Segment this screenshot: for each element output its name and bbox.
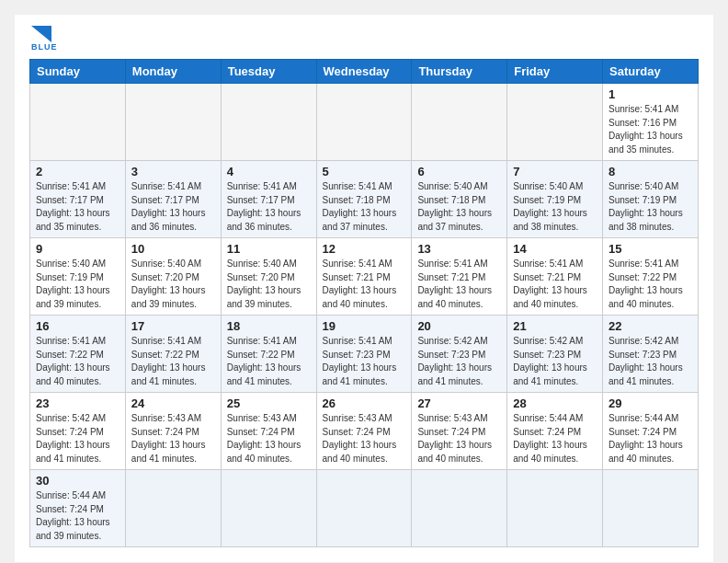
calendar-cell: 5Sunrise: 5:41 AM Sunset: 7:18 PM Daylig…: [316, 161, 412, 238]
calendar-week-row: 9Sunrise: 5:40 AM Sunset: 7:19 PM Daylig…: [30, 238, 699, 316]
calendar-cell: 26Sunrise: 5:43 AM Sunset: 7:24 PM Dayli…: [316, 393, 412, 470]
calendar-table: SundayMondayTuesdayWednesdayThursdayFrid…: [29, 59, 699, 547]
calendar-cell: [125, 470, 221, 547]
calendar-cell: 1Sunrise: 5:41 AM Sunset: 7:16 PM Daylig…: [603, 84, 699, 161]
weekday-header-saturday: Saturday: [603, 60, 699, 84]
day-number: 14: [513, 242, 597, 256]
day-number: 12: [323, 242, 406, 256]
day-number: 21: [513, 319, 597, 333]
day-info: Sunrise: 5:41 AM Sunset: 7:22 PM Dayligh…: [36, 335, 119, 388]
weekday-header-thursday: Thursday: [412, 60, 507, 84]
calendar-cell: 25Sunrise: 5:43 AM Sunset: 7:24 PM Dayli…: [221, 393, 316, 470]
day-number: 30: [36, 474, 119, 488]
day-number: 18: [227, 319, 311, 333]
calendar-cell: 23Sunrise: 5:42 AM Sunset: 7:24 PM Dayli…: [30, 393, 126, 470]
day-number: 19: [323, 319, 406, 333]
day-number: 15: [609, 242, 692, 256]
calendar-cell: [412, 84, 507, 161]
calendar-cell: 4Sunrise: 5:41 AM Sunset: 7:17 PM Daylig…: [221, 161, 316, 238]
day-info: Sunrise: 5:41 AM Sunset: 7:16 PM Dayligh…: [609, 103, 692, 156]
calendar-cell: 6Sunrise: 5:40 AM Sunset: 7:18 PM Daylig…: [412, 161, 507, 238]
calendar-cell: 22Sunrise: 5:42 AM Sunset: 7:23 PM Dayli…: [603, 316, 699, 393]
calendar-cell: 19Sunrise: 5:41 AM Sunset: 7:23 PM Dayli…: [316, 316, 412, 393]
weekday-header-row: SundayMondayTuesdayWednesdayThursdayFrid…: [30, 60, 699, 84]
day-number: 23: [36, 396, 119, 410]
weekday-header-wednesday: Wednesday: [316, 60, 412, 84]
day-number: 7: [513, 165, 597, 178]
day-info: Sunrise: 5:41 AM Sunset: 7:21 PM Dayligh…: [417, 258, 501, 311]
calendar-cell: [30, 84, 126, 161]
logo-triangle-icon: [31, 26, 51, 42]
calendar-cell: 12Sunrise: 5:41 AM Sunset: 7:21 PM Dayli…: [316, 238, 412, 316]
day-info: Sunrise: 5:42 AM Sunset: 7:23 PM Dayligh…: [513, 335, 597, 388]
day-number: 4: [227, 165, 311, 178]
calendar-cell: [316, 470, 412, 547]
calendar-cell: 18Sunrise: 5:41 AM Sunset: 7:22 PM Dayli…: [221, 316, 316, 393]
day-info: Sunrise: 5:40 AM Sunset: 7:20 PM Dayligh…: [131, 258, 215, 311]
day-info: Sunrise: 5:43 AM Sunset: 7:24 PM Dayligh…: [417, 412, 501, 465]
logo: BLUE: [29, 29, 58, 52]
weekday-header-friday: Friday: [507, 60, 603, 84]
calendar-cell: [221, 470, 316, 547]
day-number: 6: [417, 165, 501, 178]
logo-subtitle: BLUE: [31, 42, 58, 52]
day-number: 9: [36, 242, 119, 256]
day-number: 1: [609, 87, 692, 101]
day-info: Sunrise: 5:41 AM Sunset: 7:22 PM Dayligh…: [131, 335, 215, 388]
calendar-cell: 17Sunrise: 5:41 AM Sunset: 7:22 PM Dayli…: [125, 316, 221, 393]
day-info: Sunrise: 5:40 AM Sunset: 7:19 PM Dayligh…: [513, 180, 597, 234]
calendar-cell: [125, 84, 221, 161]
calendar-cell: 9Sunrise: 5:40 AM Sunset: 7:19 PM Daylig…: [30, 238, 126, 316]
calendar-week-row: 1Sunrise: 5:41 AM Sunset: 7:16 PM Daylig…: [30, 84, 699, 161]
svg-marker-0: [31, 26, 51, 42]
day-info: Sunrise: 5:41 AM Sunset: 7:17 PM Dayligh…: [227, 180, 311, 234]
page: BLUE SundayMondayTuesdayWednesdayThursda…: [15, 15, 713, 562]
day-info: Sunrise: 5:41 AM Sunset: 7:18 PM Dayligh…: [323, 180, 406, 234]
day-info: Sunrise: 5:41 AM Sunset: 7:22 PM Dayligh…: [609, 258, 692, 311]
day-number: 29: [609, 396, 692, 410]
calendar-cell: [412, 470, 507, 547]
calendar-cell: [316, 84, 412, 161]
calendar-week-row: 2Sunrise: 5:41 AM Sunset: 7:17 PM Daylig…: [30, 161, 699, 238]
calendar-cell: 3Sunrise: 5:41 AM Sunset: 7:17 PM Daylig…: [125, 161, 221, 238]
weekday-header-monday: Monday: [125, 60, 221, 84]
day-info: Sunrise: 5:44 AM Sunset: 7:24 PM Dayligh…: [36, 489, 119, 543]
calendar-cell: 11Sunrise: 5:40 AM Sunset: 7:20 PM Dayli…: [221, 238, 316, 316]
day-info: Sunrise: 5:40 AM Sunset: 7:19 PM Dayligh…: [36, 258, 119, 311]
calendar-cell: 21Sunrise: 5:42 AM Sunset: 7:23 PM Dayli…: [507, 316, 603, 393]
calendar-week-row: 16Sunrise: 5:41 AM Sunset: 7:22 PM Dayli…: [30, 316, 699, 393]
calendar-cell: [507, 84, 603, 161]
calendar-cell: 10Sunrise: 5:40 AM Sunset: 7:20 PM Dayli…: [125, 238, 221, 316]
day-number: 22: [609, 319, 692, 333]
day-number: 20: [417, 319, 501, 333]
calendar-cell: 29Sunrise: 5:44 AM Sunset: 7:24 PM Dayli…: [603, 393, 699, 470]
day-info: Sunrise: 5:43 AM Sunset: 7:24 PM Dayligh…: [131, 412, 215, 465]
calendar-cell: 8Sunrise: 5:40 AM Sunset: 7:19 PM Daylig…: [603, 161, 699, 238]
day-info: Sunrise: 5:40 AM Sunset: 7:20 PM Dayligh…: [227, 258, 311, 311]
day-number: 10: [131, 242, 215, 256]
calendar-cell: 28Sunrise: 5:44 AM Sunset: 7:24 PM Dayli…: [507, 393, 603, 470]
day-info: Sunrise: 5:40 AM Sunset: 7:18 PM Dayligh…: [417, 180, 501, 234]
day-number: 28: [513, 396, 597, 410]
calendar-cell: 16Sunrise: 5:41 AM Sunset: 7:22 PM Dayli…: [30, 316, 126, 393]
day-info: Sunrise: 5:43 AM Sunset: 7:24 PM Dayligh…: [323, 412, 406, 465]
day-info: Sunrise: 5:42 AM Sunset: 7:23 PM Dayligh…: [609, 335, 692, 388]
day-number: 17: [131, 319, 215, 333]
day-number: 26: [323, 396, 406, 410]
day-number: 8: [609, 165, 692, 178]
day-number: 24: [131, 396, 215, 410]
day-number: 27: [417, 396, 501, 410]
day-number: 25: [227, 396, 311, 410]
day-number: 13: [417, 242, 501, 256]
day-info: Sunrise: 5:41 AM Sunset: 7:21 PM Dayligh…: [513, 258, 597, 311]
day-info: Sunrise: 5:40 AM Sunset: 7:19 PM Dayligh…: [609, 180, 692, 234]
day-number: 11: [227, 242, 311, 256]
day-info: Sunrise: 5:41 AM Sunset: 7:17 PM Dayligh…: [36, 180, 119, 234]
weekday-header-tuesday: Tuesday: [221, 60, 316, 84]
day-info: Sunrise: 5:41 AM Sunset: 7:22 PM Dayligh…: [227, 335, 311, 388]
day-number: 5: [323, 165, 406, 178]
calendar-cell: 15Sunrise: 5:41 AM Sunset: 7:22 PM Dayli…: [603, 238, 699, 316]
header: BLUE: [29, 29, 699, 52]
day-info: Sunrise: 5:41 AM Sunset: 7:21 PM Dayligh…: [323, 258, 406, 311]
calendar-cell: 27Sunrise: 5:43 AM Sunset: 7:24 PM Dayli…: [412, 393, 507, 470]
